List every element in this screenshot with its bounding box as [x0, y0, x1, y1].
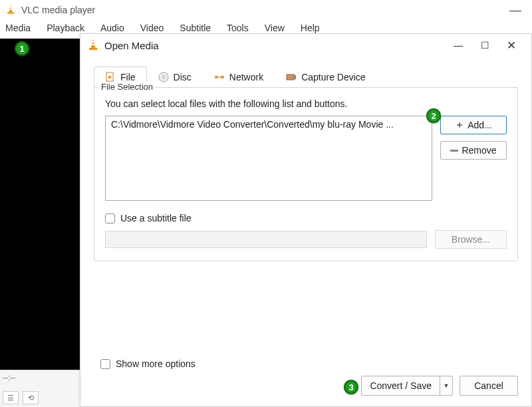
- tab-network[interactable]: Network: [203, 67, 275, 88]
- add-button[interactable]: ＋ Add...: [440, 116, 507, 134]
- dialog-minimize-icon[interactable]: —: [445, 40, 471, 51]
- main-titlebar: VLC media player —: [0, 0, 532, 20]
- show-more-options-row[interactable]: Show more options: [100, 358, 196, 369]
- menu-video[interactable]: Video: [138, 21, 167, 35]
- browse-button: Browse...: [435, 230, 507, 249]
- dialog-footer: Convert / Save ▼ Cancel: [361, 376, 518, 396]
- svg-point-8: [162, 76, 165, 78]
- cancel-button-label: Cancel: [474, 380, 503, 391]
- main-window-title: VLC media player: [21, 5, 504, 15]
- subtitle-checkbox-label: Use a subtitle file: [120, 213, 192, 223]
- svg-rect-2: [7, 12, 14, 13]
- plus-icon: ＋: [455, 119, 464, 131]
- browse-button-label: Browse...: [452, 234, 490, 245]
- add-button-label: Add...: [467, 120, 492, 130]
- cancel-button[interactable]: Cancel: [460, 376, 518, 396]
- step-badge-2: 2: [426, 108, 441, 123]
- convert-save-label: Convert / Save: [362, 376, 440, 395]
- vlc-cone-icon: [5, 5, 16, 15]
- svg-rect-10: [221, 76, 224, 78]
- disc-icon: [158, 72, 169, 82]
- svg-rect-0: [9, 7, 12, 8]
- svg-rect-3: [92, 41, 95, 43]
- video-area: [0, 39, 80, 370]
- remove-button[interactable]: Remove: [440, 141, 507, 160]
- show-more-checkbox[interactable]: [100, 359, 110, 369]
- file-list-item[interactable]: C:\Vidmore\Vidmore Video Converter\Conve…: [111, 119, 426, 130]
- menu-media[interactable]: Media: [3, 21, 33, 35]
- svg-rect-1: [9, 9, 13, 10]
- svg-rect-5: [89, 48, 97, 50]
- file-selection-hint: You can select local files with the foll…: [105, 98, 507, 109]
- step-badge-3: 3: [344, 380, 358, 394]
- remove-button-label: Remove: [462, 145, 496, 156]
- minus-icon: [450, 150, 458, 152]
- svg-rect-9: [215, 76, 218, 78]
- menu-help[interactable]: Help: [298, 21, 323, 35]
- tab-file-label: File: [120, 72, 136, 82]
- show-more-label: Show more options: [116, 358, 196, 369]
- menu-subtitle[interactable]: Subtitle: [177, 21, 213, 35]
- dialog-body: File Disc Network Capture Device File Se…: [80, 57, 531, 261]
- subtitle-checkbox-row[interactable]: Use a subtitle file: [105, 213, 507, 223]
- bottom-controls: --:-- ☰ ⟲: [0, 370, 80, 407]
- step-badge-1: 1: [15, 41, 29, 56]
- dialog-titlebar: Open Media — ☐ ✕: [80, 34, 531, 57]
- capture-icon: [286, 72, 297, 82]
- open-media-dialog: Open Media — ☐ ✕ File Disc Network: [80, 33, 532, 407]
- tab-capture[interactable]: Capture Device: [275, 67, 377, 88]
- menu-view[interactable]: View: [262, 21, 287, 35]
- minimize-icon[interactable]: —: [504, 3, 527, 17]
- subtitle-path-input: [105, 231, 427, 248]
- file-selection-group-label: File Selection: [98, 82, 156, 92]
- dialog-close-icon[interactable]: ✕: [498, 39, 525, 53]
- tab-network-label: Network: [229, 72, 263, 82]
- vlc-cone-icon: [87, 39, 99, 52]
- time-label: --:--: [3, 373, 15, 382]
- convert-save-button[interactable]: Convert / Save ▼: [361, 376, 453, 396]
- playlist-toggle-icon[interactable]: ☰: [3, 391, 19, 404]
- svg-rect-4: [91, 44, 95, 45]
- file-icon: [105, 72, 116, 82]
- dialog-title: Open Media: [104, 40, 445, 51]
- menu-playback[interactable]: Playback: [44, 21, 87, 35]
- loop-icon[interactable]: ⟲: [23, 391, 39, 404]
- tab-disc-label: Disc: [174, 72, 192, 82]
- tab-capture-label: Capture Device: [301, 72, 366, 82]
- file-selection-group: File Selection You can select local file…: [94, 87, 518, 261]
- subtitle-checkbox[interactable]: [105, 213, 115, 223]
- chevron-down-icon[interactable]: ▼: [440, 382, 452, 389]
- menu-audio[interactable]: Audio: [98, 21, 127, 35]
- svg-rect-12: [287, 74, 294, 80]
- dialog-maximize-icon[interactable]: ☐: [471, 40, 498, 51]
- menu-tools[interactable]: Tools: [224, 21, 251, 35]
- vlc-main-window: VLC media player — Media Playback Audio …: [0, 0, 532, 407]
- network-icon: [214, 72, 225, 82]
- dialog-tabs: File Disc Network Capture Device: [94, 66, 518, 88]
- file-list[interactable]: C:\Vidmore\Vidmore Video Converter\Conve…: [105, 116, 432, 201]
